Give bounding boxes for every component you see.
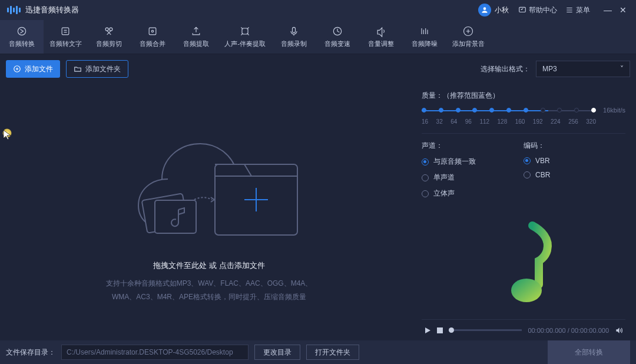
tool-4[interactable]: 音频提取 (174, 20, 218, 54)
channel-option-1[interactable]: 单声道 (422, 173, 524, 183)
add-file-label: 添加文件 (25, 64, 53, 74)
tool-icon (375, 25, 387, 37)
convert-all-button[interactable]: 全部转换 (548, 340, 630, 364)
settings-panel: 质量：（推荐范围蓝色） 16kbit/s 1632649611212816019… (418, 84, 636, 340)
sub-toolbar: 添加文件 添加文件夹 选择输出格式： MP3 ˅ (0, 54, 636, 84)
tool-label: 音频转换 (9, 39, 35, 48)
tool-icon (16, 25, 28, 37)
tool-10[interactable]: 添加背景音 (446, 20, 490, 54)
volume-button[interactable] (615, 326, 623, 335)
close-button[interactable]: ✕ (617, 5, 629, 15)
app-logo-icon (7, 6, 21, 14)
radio-icon (524, 171, 531, 178)
radio-label: 单声道 (433, 173, 455, 183)
tool-3[interactable]: 音频合并 (131, 20, 174, 54)
change-dir-button[interactable]: 更改目录 (254, 345, 300, 360)
tool-9[interactable]: 音频降噪 (403, 20, 446, 54)
svg-rect-15 (155, 200, 196, 233)
music-note-icon (488, 220, 559, 308)
play-button[interactable] (424, 327, 431, 334)
audio-preview (422, 208, 625, 319)
tool-icon (103, 25, 115, 37)
radio-label: 与原音频一致 (433, 157, 476, 167)
tool-label: 音频录制 (281, 39, 307, 48)
tool-icon (419, 25, 430, 37)
time-display: 00:00:00.000 / 00:00:00.000 (528, 327, 609, 334)
stop-button[interactable] (437, 327, 443, 333)
output-dir-input[interactable]: C:/Users/Administrator.DESKTOP-4SG5026/D… (61, 345, 249, 360)
encoding-option-1[interactable]: CBR (524, 171, 625, 179)
tool-5[interactable]: 人声-伴奏提取 (218, 20, 272, 54)
quality-ticks: 16326496112128160192224256320 (422, 118, 625, 125)
tool-label: 音频降噪 (412, 39, 438, 48)
quality-slider[interactable]: 16kbit/s (422, 105, 625, 116)
output-format-value: MP3 (542, 65, 557, 73)
menu-label: 菜单 (576, 5, 590, 15)
radio-label: CBR (535, 171, 550, 179)
add-file-button[interactable]: 添加文件 (6, 60, 60, 78)
channel-title: 声道： (422, 141, 524, 151)
output-format-label: 选择输出格式： (481, 64, 530, 74)
tool-label: 音量调整 (368, 39, 394, 48)
channel-option-2[interactable]: 立体声 (422, 188, 524, 198)
tool-0[interactable]: 音频转换 (0, 20, 44, 54)
username[interactable]: 小秋 (495, 5, 509, 15)
quality-unit: 16kbit/s (603, 107, 625, 114)
tool-label: 音频变速 (324, 39, 350, 48)
svg-rect-3 (62, 28, 69, 35)
tool-icon (462, 25, 474, 37)
drop-illustration (103, 120, 315, 250)
minimize-button[interactable]: — (602, 5, 614, 15)
add-folder-label: 添加文件夹 (85, 64, 121, 74)
svg-point-7 (151, 30, 153, 32)
svg-rect-1 (519, 7, 526, 12)
title-bar: 迅捷音频转换器 小秋 帮助中心 菜单 — ✕ (0, 0, 636, 20)
svg-rect-17 (437, 327, 443, 333)
main-toolbar: 音频转换音频转文字音频剪切音频合并音频提取人声-伴奏提取音频录制音频变速音量调整… (0, 20, 636, 54)
radio-label: VBR (535, 157, 550, 165)
tool-label: 音频剪切 (96, 39, 122, 48)
tool-2[interactable]: 音频剪切 (87, 20, 131, 54)
tool-1[interactable]: 音频转文字 (44, 20, 87, 54)
encoding-title: 编码： (524, 141, 625, 151)
tool-icon (288, 25, 300, 37)
tool-label: 音频提取 (183, 39, 209, 48)
drop-zone[interactable]: 拖拽文件至此处 或 点击添加文件 支持十余种音频格式如MP3、WAV、FLAC、… (0, 84, 418, 340)
tool-icon (147, 25, 158, 37)
svg-rect-6 (149, 28, 156, 35)
help-label: 帮助中心 (529, 5, 557, 15)
drop-instruction: 拖拽文件至此处 或 点击添加文件 (153, 260, 264, 271)
tool-8[interactable]: 音量调整 (359, 20, 403, 54)
channel-group: 声道： 与原音频一致单声道立体声 (422, 141, 524, 204)
tool-label: 音频转文字 (49, 39, 82, 48)
encoding-group: 编码： VBRCBR (524, 141, 625, 204)
help-center-button[interactable]: 帮助中心 (518, 5, 557, 15)
chevron-down-icon: ˅ (620, 65, 624, 73)
open-folder-button[interactable]: 打开文件夹 (306, 345, 359, 360)
tool-icon (239, 25, 251, 37)
main-area: 拖拽文件至此处 或 点击添加文件 支持十余种音频格式如MP3、WAV、FLAC、… (0, 84, 636, 340)
tool-icon (332, 25, 343, 37)
tool-label: 添加背景音 (452, 39, 485, 48)
output-format-select[interactable]: MP3 ˅ (536, 61, 630, 77)
add-folder-button[interactable]: 添加文件夹 (66, 60, 128, 78)
radio-label: 立体声 (433, 188, 455, 198)
svg-point-2 (18, 27, 25, 35)
svg-point-5 (110, 28, 112, 31)
radio-icon (422, 190, 429, 197)
tool-6[interactable]: 音频录制 (272, 20, 316, 54)
tool-icon (190, 25, 202, 37)
svg-point-0 (483, 7, 486, 10)
tool-7[interactable]: 音频变速 (316, 20, 359, 54)
encoding-option-0[interactable]: VBR (524, 157, 625, 165)
user-avatar[interactable] (478, 4, 491, 16)
svg-point-4 (105, 28, 108, 31)
drop-formats: 支持十余种音频格式如MP3、WAV、FLAC、AAC、OGG、M4A、 WMA、… (106, 277, 313, 304)
output-dir-label: 文件保存目录： (6, 348, 55, 358)
svg-rect-9 (293, 27, 296, 32)
radio-icon (422, 174, 429, 181)
channel-option-0[interactable]: 与原音频一致 (422, 157, 524, 167)
progress-bar[interactable] (449, 329, 522, 331)
audio-player: 00:00:00.000 / 00:00:00.000 (422, 319, 625, 340)
menu-button[interactable]: 菜单 (565, 5, 590, 15)
